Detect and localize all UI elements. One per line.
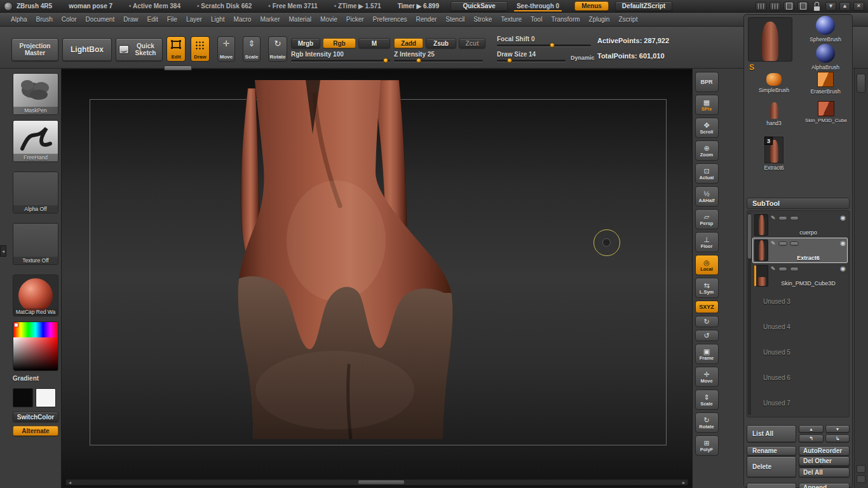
subtool-row-cuerpo[interactable]: ✎ ◉ cuerpo	[752, 212, 848, 238]
current-texture-thumbnail[interactable]: Texture Off	[13, 223, 58, 265]
primary-color-swatch[interactable]	[13, 388, 33, 407]
current-alpha-thumbnail[interactable]: Alpha Off	[13, 172, 58, 214]
menu-item-zscript[interactable]: Zscript	[614, 16, 642, 23]
dynamic-label[interactable]: Dynamic	[571, 55, 595, 61]
rename-button[interactable]: Rename	[747, 446, 796, 456]
shelf-drag-handle[interactable]	[164, 65, 192, 71]
move-3d-button[interactable]: ✛ Move	[695, 367, 719, 387]
menu-item-picker[interactable]: Picker	[342, 16, 369, 23]
floor-grid-button[interactable]: ⊥ Floor	[695, 232, 719, 252]
current-brush-thumbnail[interactable]: MaskPen	[13, 73, 58, 115]
focal-shift-slider[interactable]: Focal Shift 0	[497, 36, 591, 46]
menu-item-stencil[interactable]: Stencil	[441, 16, 469, 23]
menu-item-light[interactable]: Light	[207, 16, 229, 23]
quickpick-simplebrush[interactable]: SimpleBrush	[754, 73, 794, 93]
quick-sketch-button[interactable]: Quick Sketch	[116, 38, 163, 61]
spix-button[interactable]: ▦ SPix	[695, 95, 719, 115]
divider-sliders-icon[interactable]	[756, 2, 766, 11]
mrgb-button[interactable]: Mrgb	[291, 38, 320, 48]
menu-item-edit[interactable]: Edit	[143, 16, 163, 23]
rotate-3d-button[interactable]: ↻ Rotate	[695, 412, 719, 433]
del-all-button[interactable]: Del All	[799, 468, 850, 477]
polypaint-icon[interactable]: ✎	[771, 240, 776, 247]
toggle-pill-icon[interactable]	[790, 216, 799, 220]
zoom-button[interactable]: ⊕ Zoom	[695, 140, 719, 161]
quickpick-hand3[interactable]: hand3	[754, 102, 794, 126]
menu-item-tool[interactable]: Tool	[526, 16, 546, 23]
toggle-pill-icon[interactable]	[778, 267, 787, 271]
divider-sliders-icon[interactable]	[770, 2, 780, 11]
rotate-cw-constraint-button[interactable]: ↻	[695, 316, 719, 327]
z-intensity-slider[interactable]: Z Intensity 25	[394, 51, 483, 62]
slider-handle[interactable]	[550, 43, 555, 48]
see-through-slider[interactable]: See-through 0	[514, 3, 562, 10]
toggle-pill-icon[interactable]	[778, 241, 787, 246]
quickpick-alphabrush[interactable]: AlphaBrush	[801, 44, 850, 71]
menu-item-color[interactable]: Color	[57, 16, 81, 23]
polypaint-icon[interactable]: ✎	[771, 266, 776, 272]
menu-item-preferences[interactable]: Preferences	[369, 16, 412, 23]
toggle-pill-icon[interactable]	[778, 216, 787, 220]
shift-up-button[interactable]: ↰	[799, 435, 824, 442]
sxyz-button[interactable]: SXYZ	[695, 301, 719, 313]
toggle-pill-icon[interactable]	[790, 267, 799, 271]
subtool-row-unused-6[interactable]: Unused 6	[752, 365, 848, 390]
menu-item-alpha[interactable]: Alpha	[6, 16, 32, 23]
local-symmetry-button[interactable]: ◎ Local	[695, 255, 719, 275]
draw-mode-button[interactable]: Draw	[191, 36, 210, 62]
visibility-eye-icon[interactable]: ◉	[840, 266, 846, 272]
move-mode-button[interactable]: ✛ Move	[217, 36, 235, 62]
scrollbar-handle[interactable]	[358, 480, 404, 484]
menu-item-material[interactable]: Material	[285, 16, 316, 23]
menu-item-render[interactable]: Render	[412, 16, 442, 23]
list-all-button[interactable]: List All	[747, 425, 796, 442]
subtool-row-unused-3[interactable]: Unused 3	[752, 288, 848, 314]
tray-grip-handle[interactable]	[857, 74, 865, 93]
secondary-color-swatch[interactable]	[36, 388, 56, 407]
move-up-button[interactable]: ▲	[799, 425, 824, 433]
quicksave-button[interactable]: QuickSave	[451, 1, 508, 11]
projection-master-button[interactable]: Projection Master	[11, 38, 58, 61]
tray-icon-slot[interactable]	[857, 465, 865, 473]
frame-button[interactable]: ▣ Frame	[695, 344, 719, 364]
lightbox-button[interactable]: LightBox	[62, 38, 112, 61]
lock-icon[interactable]	[811, 2, 822, 11]
visibility-eye-icon[interactable]: ◉	[840, 240, 846, 247]
lsym-button[interactable]: ⇆ L.Sym	[695, 278, 719, 298]
default-zscript-button[interactable]: DefaultZScript	[615, 1, 672, 11]
current-material-thumbnail[interactable]: MatCap Red Wa	[13, 274, 58, 316]
menu-item-macro[interactable]: Macro	[229, 16, 256, 23]
copy-document-icon[interactable]	[783, 2, 794, 11]
color-picker[interactable]	[13, 322, 58, 371]
menu-item-movie[interactable]: Movie	[316, 16, 342, 23]
alternate-button[interactable]: Alternate	[13, 426, 58, 436]
menu-item-marker[interactable]: Marker	[255, 16, 284, 23]
quickpick-extract6[interactable]: 3 Extract6	[754, 137, 794, 171]
zsub-button[interactable]: Zsub	[426, 38, 456, 48]
m-button[interactable]: M	[358, 38, 390, 48]
canvas-horizontal-scrollbar[interactable]: ◂ ▸	[65, 479, 688, 485]
slider-handle[interactable]	[507, 58, 512, 63]
quickpick-skin-pm3d-cube[interactable]: Skin_PM3D_Cube	[801, 101, 851, 123]
scale-3d-button[interactable]: ⇕ Scale	[695, 390, 719, 410]
restore-window-icon[interactable]: ▴	[839, 2, 850, 11]
delete-button[interactable]: Delete	[747, 456, 796, 477]
edit-mode-button[interactable]: Edit	[166, 36, 186, 62]
hue-strip[interactable]	[13, 322, 58, 337]
scrollbar-handle[interactable]	[748, 214, 751, 259]
menu-item-brush[interactable]: Brush	[32, 16, 57, 23]
menu-item-document[interactable]: Document	[81, 16, 119, 23]
scroll-button[interactable]: ✥ Scroll	[695, 118, 719, 138]
del-other-button[interactable]: Del Other	[799, 456, 850, 466]
document-canvas[interactable]: ◂ ▸	[61, 69, 693, 488]
subtool-row-unused-5[interactable]: Unused 5	[752, 339, 848, 365]
menu-item-texture[interactable]: Texture	[496, 16, 526, 23]
quickpick-spherebrush[interactable]: SphereBrush	[801, 16, 850, 43]
subtool-scrollbar[interactable]	[748, 213, 751, 415]
slider-handle[interactable]	[383, 58, 388, 63]
quickpick-eraserbrush[interactable]: EraserBrush	[801, 72, 850, 95]
menu-item-stroke[interactable]: Stroke	[469, 16, 496, 23]
current-tool-thumbnail[interactable]	[748, 17, 792, 62]
polypaint-icon[interactable]: ✎	[771, 215, 776, 221]
aahalf-button[interactable]: ½ AAHalf	[695, 186, 719, 207]
